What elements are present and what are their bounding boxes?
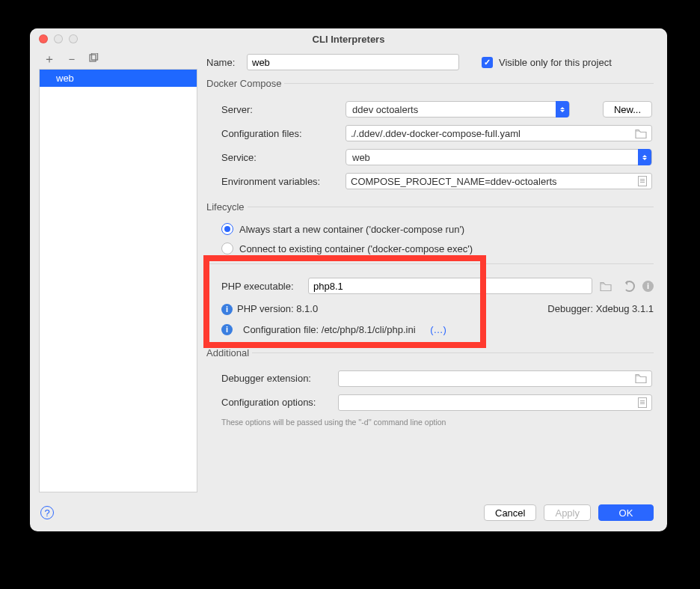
window-title: CLI Interpreters [30,34,667,45]
help-button[interactable]: ? [40,506,54,519]
config-opts-note: These options will be passed using the '… [206,415,654,427]
visible-label: Visible only for this project [499,57,612,68]
name-input[interactable] [247,54,459,70]
info-icon[interactable]: i [642,281,654,292]
info-icon: i [221,304,233,315]
apply-button: Apply [544,504,591,521]
radio-checked-icon [221,223,233,235]
lifecycle-option-run[interactable]: Always start a new container ('docker-co… [206,222,654,236]
lifecycle-legend: Lifecycle [206,201,248,213]
reload-icon[interactable] [624,281,635,292]
folder-icon[interactable] [635,129,647,138]
radio-unchecked-icon [221,242,233,254]
document-icon[interactable] [638,176,647,186]
folder-icon[interactable] [600,281,612,291]
add-interpreter-button[interactable]: ＋ [43,53,55,65]
config-file-label: Configuration file: /etc/php/8.1/cli/php… [243,324,416,335]
config-opts-field[interactable] [338,394,652,411]
additional-group: Additional Debugger extension: Configura… [206,347,654,427]
service-label: Service: [221,152,341,163]
additional-legend: Additional [206,347,252,358]
svg-rect-0 [90,55,96,61]
visible-checkbox[interactable]: ✓ [482,57,493,68]
general-group: PHP executable: i iPHP version: 8.1.0 De… [206,263,654,335]
interpreter-list-item[interactable]: web [40,70,197,87]
debugger-ext-label: Debugger extension: [221,373,334,384]
copy-interpreter-button[interactable] [88,53,99,66]
dialog-window: CLI Interpreters ＋ － web Name: [30,28,667,531]
svg-rect-1 [92,53,98,60]
env-vars-field[interactable]: COMPOSE_PROJECT_NAME=ddev-octoalerts [346,173,652,189]
interpreter-list[interactable]: web [39,69,197,492]
env-vars-label: Environment variables: [221,176,341,187]
docker-compose-legend: Docker Compose [206,78,284,89]
php-version-label: PHP version: 8.1.0 [237,303,318,314]
service-select[interactable]: web [346,149,652,165]
titlebar: CLI Interpreters [30,28,667,49]
server-select[interactable]: ddev octoalerts [346,101,570,118]
config-file-link[interactable]: (…) [430,324,446,335]
lifecycle-option-exec[interactable]: Connect to existing container ('docker-c… [206,241,654,256]
php-exec-label: PHP executable: [221,281,301,292]
document-icon[interactable] [638,397,647,408]
config-files-label: Configuration files: [221,128,341,139]
new-server-button[interactable]: New... [603,101,652,118]
list-item-label: web [56,73,74,84]
folder-icon[interactable] [635,373,647,383]
server-label: Server: [221,104,341,115]
lifecycle-group: Lifecycle Always start a new container (… [206,201,654,256]
info-icon: i [221,324,233,335]
cancel-button[interactable]: Cancel [484,504,536,521]
ok-button[interactable]: OK [598,504,654,521]
config-opts-label: Configuration options: [221,397,334,408]
debugger-label: Debugger: Xdebug 3.1.1 [547,303,654,314]
remove-interpreter-button[interactable]: － [66,53,78,65]
name-label: Name: [206,57,241,68]
config-files-field[interactable]: ./.ddev/.ddev-docker-compose-full.yaml [346,125,652,141]
debugger-ext-field[interactable] [338,370,652,387]
php-exec-input[interactable] [308,278,592,294]
docker-compose-group: Docker Compose Server: ddev octoalerts N… [206,78,654,194]
